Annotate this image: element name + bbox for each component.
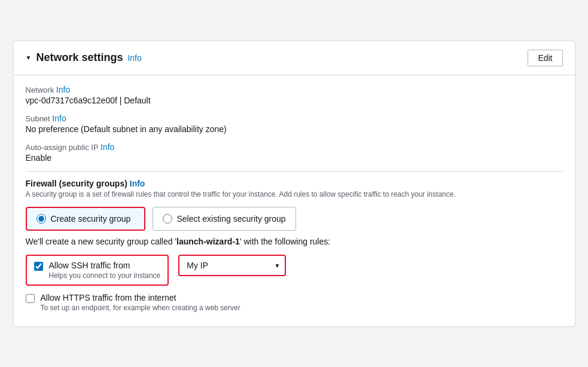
allow-https-label-area: Allow HTTPS traffic from the internet To… <box>41 293 240 312</box>
allow-https-label: Allow HTTPS traffic from the internet <box>41 293 240 302</box>
section-divider <box>26 171 563 172</box>
subnet-value: No preference (Default subnet in any ava… <box>26 124 563 134</box>
wizard-text-suffix: ' with the following rules: <box>240 237 330 246</box>
subnet-info-link[interactable]: Info <box>52 114 66 123</box>
allow-ssh-label: Allow SSH traffic from <box>49 261 161 270</box>
allow-ssh-checkbox-container[interactable]: Allow SSH traffic from Helps you connect… <box>26 255 169 286</box>
panel-info-link[interactable]: Info <box>127 53 141 63</box>
panel-header: ▼ Network settings Info Edit <box>14 41 575 75</box>
panel-title: Network settings <box>36 51 123 64</box>
create-sg-label: Create security group <box>51 214 131 224</box>
network-label: Network Info <box>26 85 563 94</box>
network-value: vpc-0d7317c6a9c12e00f | Default <box>26 96 563 105</box>
firewall-description: A security group is a set of firewall ru… <box>26 190 563 198</box>
security-group-radio-group: Create security group Select existing se… <box>26 207 563 231</box>
panel-title-area: ▼ Network settings Info <box>26 51 142 64</box>
allow-https-checkbox[interactable] <box>26 294 35 303</box>
auto-assign-info-link[interactable]: Info <box>100 142 114 152</box>
select-sg-option[interactable]: Select existing security group <box>153 207 296 231</box>
auto-assign-section: Auto-assign public IP Info Enable <box>26 142 563 163</box>
ssh-dropdown-wrapper: My IP Anywhere Custom ▼ <box>178 255 286 276</box>
network-info-link[interactable]: Info <box>56 85 70 94</box>
auto-assign-label: Auto-assign public IP Info <box>26 142 563 152</box>
network-settings-panel: ▼ Network settings Info Edit Network Inf… <box>13 41 575 327</box>
firewall-section: Firewall (security groups) Info A securi… <box>26 179 563 198</box>
firewall-label: Firewall (security groups) Info <box>26 179 563 188</box>
collapse-icon[interactable]: ▼ <box>26 54 32 61</box>
wizard-text: We'll create a new security group called… <box>26 237 563 246</box>
select-sg-label: Select existing security group <box>177 214 286 224</box>
firewall-info-link[interactable]: Info <box>130 179 145 188</box>
wizard-sg-name: launch-wizard-1 <box>176 237 240 246</box>
allow-https-row: Allow HTTPS traffic from the internet To… <box>26 293 563 312</box>
ssh-dropdown-container: My IP Anywhere Custom ▼ <box>178 255 286 276</box>
allow-ssh-sublabel: Helps you connect to your instance <box>49 271 161 280</box>
subnet-label: Subnet Info <box>26 114 563 123</box>
auto-assign-value: Enable <box>26 153 563 163</box>
network-label-text: Network <box>26 85 54 94</box>
network-section: Network Info vpc-0d7317c6a9c12e00f | Def… <box>26 85 563 105</box>
edit-button[interactable]: Edit <box>528 50 562 66</box>
create-sg-radio[interactable] <box>36 214 46 224</box>
wizard-text-prefix: We'll create a new security group called… <box>26 237 177 246</box>
panel-body: Network Info vpc-0d7317c6a9c12e00f | Def… <box>14 75 575 326</box>
auto-assign-label-text: Auto-assign public IP <box>26 143 99 152</box>
allow-ssh-label-area: Allow SSH traffic from Helps you connect… <box>49 261 161 280</box>
allow-https-sublabel: To set up an endpoint, for example when … <box>41 304 240 312</box>
subnet-label-text: Subnet <box>26 114 50 123</box>
allow-ssh-row: Allow SSH traffic from Helps you connect… <box>26 255 563 286</box>
select-sg-radio[interactable] <box>163 214 172 224</box>
create-sg-option[interactable]: Create security group <box>26 207 145 231</box>
ssh-source-dropdown[interactable]: My IP Anywhere Custom <box>178 255 286 276</box>
allow-ssh-checkbox[interactable] <box>34 262 43 271</box>
subnet-section: Subnet Info No preference (Default subne… <box>26 114 563 134</box>
firewall-label-text: Firewall (security groups) <box>26 179 127 188</box>
